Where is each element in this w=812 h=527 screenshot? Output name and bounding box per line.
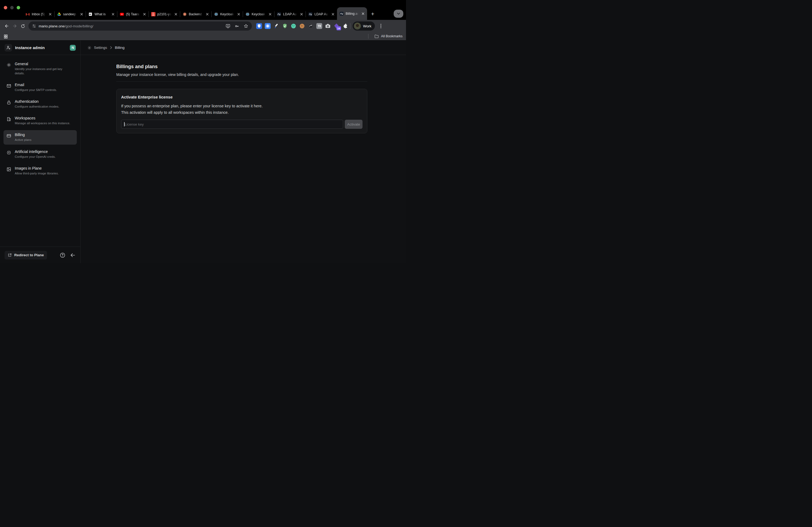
sidebar-item-desc: Manage all workspaces on this instance.: [15, 121, 70, 125]
user-avatar-badge[interactable]: N: [70, 45, 76, 51]
close-tab-icon[interactable]: [48, 12, 52, 16]
close-tab-icon[interactable]: [236, 12, 241, 16]
profile-chip[interactable]: Work: [352, 21, 375, 31]
sidebar-item-desc: Configure authentication modes.: [15, 104, 59, 109]
close-tab-icon[interactable]: [111, 12, 115, 16]
breadcrumb-settings[interactable]: Settings: [94, 46, 107, 50]
tab-backend[interactable]: Backend: [180, 9, 211, 20]
chevron-down-icon: [397, 13, 400, 15]
tab-drive[interactable]: sandeep: [55, 9, 86, 20]
close-tab-icon[interactable]: [174, 12, 178, 16]
card-line-1: If you possess an enterprise plan, pleas…: [121, 103, 362, 109]
gear-icon: [6, 62, 11, 75]
close-tab-icon[interactable]: [300, 12, 304, 16]
sidebar-item-label: General: [15, 62, 71, 66]
profile-name: Work: [363, 24, 371, 28]
install-app-icon[interactable]: [226, 24, 230, 28]
sidebar-item-billing[interactable]: Billing Active plans: [3, 130, 77, 144]
close-tab-icon[interactable]: [79, 12, 84, 16]
camera-extension-icon[interactable]: [325, 23, 331, 29]
sidebar-item-authentication[interactable]: Authentication Configure authentication …: [3, 97, 77, 111]
sidebar-item-workspaces[interactable]: Workspaces Manage all workspaces on this…: [3, 114, 77, 128]
close-window-button[interactable]: [4, 6, 7, 10]
close-tab-icon[interactable]: [205, 12, 209, 16]
address-bar[interactable]: mario.plane.one/god-mode/billing/: [28, 21, 252, 31]
mail-icon: [6, 82, 11, 92]
sidebar-item-label: Artificial intelligence: [15, 149, 56, 154]
sidebar-item-desc: Allow third-party image libraries.: [15, 171, 59, 176]
keycloak-favicon: [245, 12, 250, 16]
sidebar-item-label: Images in Plane: [15, 166, 59, 170]
close-tab-icon[interactable]: [331, 12, 335, 16]
close-tab-icon[interactable]: [142, 12, 147, 16]
minimize-window-button[interactable]: [10, 6, 14, 10]
tab-inbox[interactable]: Inbox (5): [23, 9, 54, 20]
fullscreen-window-button[interactable]: [17, 6, 20, 10]
tab-label: Keycloak: [251, 12, 266, 16]
user-cog-icon: [6, 45, 11, 50]
forward-button[interactable]: [11, 22, 19, 30]
teal-cookie-extension-icon[interactable]: [290, 23, 296, 29]
m-letter-extension-icon[interactable]: [316, 23, 322, 29]
bookmarks-divider: [368, 34, 368, 39]
redirect-label: Redirect to Plane: [14, 253, 44, 257]
folder-icon: [374, 34, 379, 39]
back-button[interactable]: [3, 22, 11, 30]
help-icon[interactable]: [60, 252, 66, 258]
purple-badge-extension-icon[interactable]: 14: [333, 23, 339, 29]
close-tab-icon[interactable]: [268, 12, 272, 16]
green-shield-extension-icon[interactable]: [282, 23, 288, 29]
extensions-row: 14: [256, 23, 348, 29]
tab-search-button[interactable]: [394, 10, 403, 18]
tab-label: (5) Taara: [126, 12, 141, 16]
sidebar-item-general[interactable]: General Identify your instances and get …: [3, 59, 77, 78]
tab-label: What is: [95, 12, 109, 16]
sidebar-header: Instance admin N: [0, 41, 80, 55]
password-key-icon[interactable]: [234, 24, 240, 29]
license-key-input[interactable]: [121, 120, 343, 129]
settings-gear-icon: [87, 46, 91, 50]
bitwarden-extension-icon[interactable]: [256, 23, 262, 29]
gmail-favicon: [26, 12, 30, 16]
redirect-to-plane-button[interactable]: Redirect to Plane: [4, 251, 47, 259]
activate-button[interactable]: Activate: [345, 120, 362, 129]
dark-orbit-extension-icon[interactable]: [307, 23, 314, 29]
sidebar-item-email[interactable]: Email Configure your SMTP controls.: [3, 80, 77, 94]
browser-menu-button[interactable]: [378, 24, 384, 28]
collapse-sidebar-arrow-icon[interactable]: [70, 252, 76, 258]
tab-keycloak-2[interactable]: Keycloak: [243, 9, 274, 20]
tab-markdown-doc[interactable]: What is: [86, 9, 117, 20]
url-host: mario.plane.one: [39, 24, 65, 28]
sidebar-item-artificial-intelligence[interactable]: Artificial intelligence Configure your O…: [3, 147, 77, 161]
lock-icon: [6, 99, 11, 109]
all-bookmarks-button[interactable]: All Bookmarks: [368, 34, 403, 39]
extensions-puzzle-icon[interactable]: [342, 23, 348, 29]
pen-extension-icon[interactable]: [273, 23, 279, 29]
tab-strip: Inbox (5) sandeep What is (5) Taara: [0, 0, 406, 20]
tab-youtube[interactable]: (5) Taara: [117, 9, 148, 20]
reload-button[interactable]: [19, 22, 27, 30]
arrow-left-icon: [4, 24, 9, 28]
tab-ldap-2[interactable]: LDAP Au: [306, 9, 337, 20]
tab-billing-active[interactable]: Billing an: [337, 7, 367, 20]
instance-admin-button[interactable]: [4, 44, 12, 51]
chevron-right-icon: [110, 46, 113, 49]
tab-label: LDAP Au: [283, 12, 298, 16]
tab-keycloak-1[interactable]: Keycloak: [212, 9, 243, 20]
url-text[interactable]: mario.plane.one/god-mode/billing/: [39, 24, 93, 28]
arrow-right-icon: [12, 24, 17, 28]
close-tab-icon[interactable]: [361, 12, 365, 16]
tab-ldap-1[interactable]: LDAP Au: [274, 9, 306, 20]
cookie-extension-icon[interactable]: [299, 23, 305, 29]
new-tab-button[interactable]: +: [369, 10, 377, 18]
tab-vldb-paper[interactable]: VLDB p2101-ya: [149, 9, 180, 20]
sidebar-item-images-in-plane[interactable]: Images in Plane Allow third-party image …: [3, 164, 77, 178]
main-panel: Settings Billing Billings and plans Mana…: [81, 41, 406, 263]
apps-grid-icon[interactable]: [3, 34, 8, 39]
snowflake-extension-icon[interactable]: [264, 23, 271, 29]
billing-content: Billings and plans Manage your instance …: [81, 55, 367, 133]
bookmarks-bar: All Bookmarks: [0, 32, 406, 41]
bookmark-star-icon[interactable]: [244, 24, 248, 28]
site-settings-icon[interactable]: [32, 24, 36, 28]
youtube-favicon: [120, 12, 124, 16]
